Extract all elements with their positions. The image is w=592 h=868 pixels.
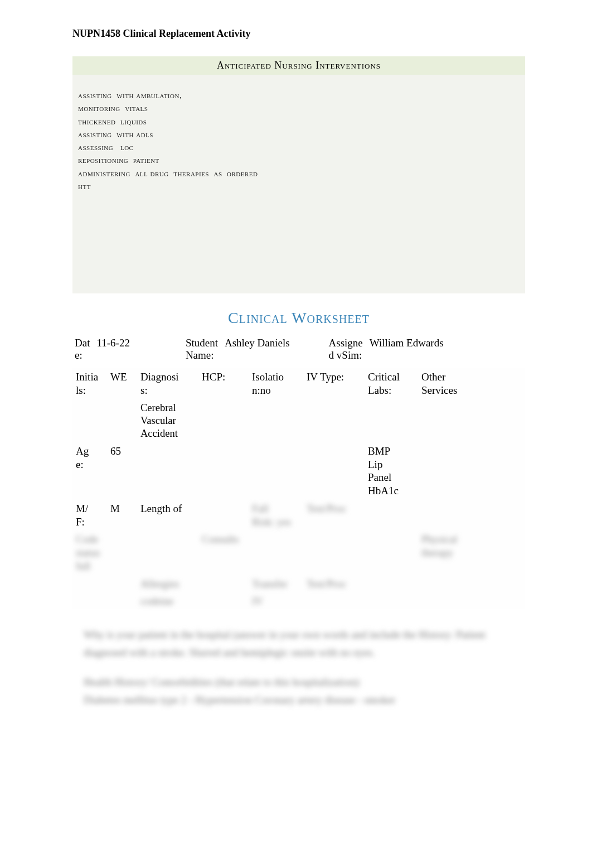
assigned-vsim-value: William Edwards	[370, 337, 444, 349]
initials-label: Initia ls:	[72, 368, 107, 398]
critical-labs-value: BMP Lip Panel HbA1c	[365, 442, 418, 499]
isolation-label: Isolatio n:no	[249, 368, 303, 398]
blurred-cell: codeine	[137, 592, 198, 609]
blurred-cell: Allergies	[137, 575, 198, 592]
blurred-cell: Codestatusfull	[72, 531, 107, 573]
header-row: Dat e: 11-6-22 Student Name: Ashley Dani…	[72, 334, 525, 368]
length-of-label: Length of	[137, 500, 198, 530]
clinical-worksheet-title: Clinical Worksheet	[72, 309, 525, 327]
anticipated-interventions-title: Anticipated Nursing Interventions	[72, 56, 525, 75]
hcp-label: HCP:	[198, 368, 249, 398]
ani-line: monitoring vitals	[78, 102, 520, 115]
ani-line: assisting with ambulation,	[78, 89, 520, 102]
ani-line: administering all drug therapies as orde…	[78, 167, 520, 180]
anticipated-interventions-block: Anticipated Nursing Interventions assist…	[72, 56, 525, 293]
age-value: 65	[107, 442, 137, 499]
worksheet-grid: Initia ls: WE Diagnosi s: HCP: Isolatio …	[72, 368, 525, 609]
ani-line: assisting with adls	[78, 128, 520, 141]
ivtype-label: IV Type:	[303, 368, 365, 398]
ani-line: assessing loc	[78, 141, 520, 154]
blurred-cell: Test/Proc	[303, 575, 365, 592]
blurred-cell: Physicaltherapy	[418, 531, 474, 573]
anticipated-interventions-body: assisting with ambulation, monitoring vi…	[72, 75, 525, 199]
blurred-cell: FallRisk: yes	[249, 500, 303, 530]
other-services-label: Other Services	[418, 368, 474, 398]
date-label: Dat e:	[75, 337, 90, 361]
ani-line: thickened liquids	[78, 115, 520, 128]
diagnosis-value: Cerebral Vascular Accident	[137, 399, 198, 441]
blurred-paragraph: Why is your patient in the hospital (ans…	[72, 626, 525, 662]
age-label: Ag e:	[72, 442, 107, 499]
ani-line: repositioning patient	[78, 154, 520, 167]
mf-value: M	[107, 500, 137, 530]
course-header: NUPN1458 Clinical Replacement Activity	[72, 28, 525, 40]
critical-labs-label: Critical Labs:	[365, 368, 418, 398]
blurred-paragraph: Health History/ Comorbidities (that rela…	[72, 673, 525, 710]
diagnosis-label: Diagnosi s:	[137, 368, 198, 398]
date-value: 11-6-22	[96, 337, 129, 349]
blurred-cell: Transfer	[249, 575, 303, 592]
blurred-cell: Consults	[198, 531, 249, 573]
blurred-cell: IV	[249, 592, 303, 609]
assigned-vsim-label: Assigne d vSim:	[329, 337, 363, 361]
student-name-label: Student Name:	[186, 337, 218, 361]
student-name-value: Ashley Daniels	[225, 337, 290, 349]
blurred-cell: Test/Proc	[303, 500, 365, 530]
initials-value: WE	[107, 368, 137, 398]
ani-line: htt	[78, 180, 520, 193]
mf-label: M/ F:	[72, 500, 107, 530]
